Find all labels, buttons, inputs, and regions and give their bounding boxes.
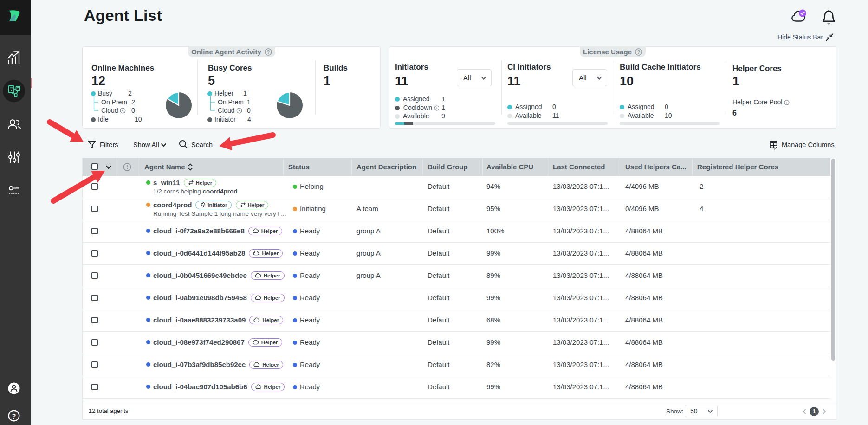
svg-text:i: i — [786, 101, 787, 105]
svg-text:?: ? — [12, 412, 16, 420]
svg-text:?: ? — [637, 50, 640, 55]
svg-text:?: ? — [267, 50, 270, 55]
svg-text:i: i — [436, 106, 437, 110]
